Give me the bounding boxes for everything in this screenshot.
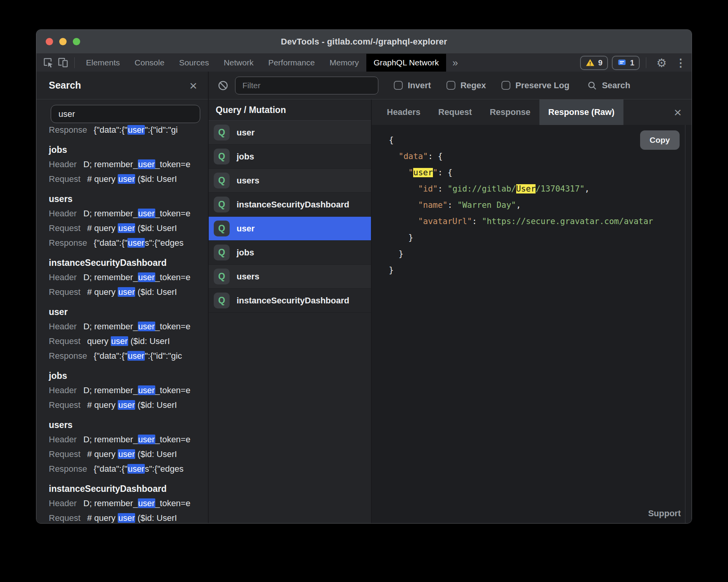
query-list-item-instancesecuritydashboard[interactable]: QinstanceSecurityDashboard bbox=[209, 289, 371, 313]
tabbar-spacer bbox=[464, 54, 576, 72]
copy-button[interactable]: Copy bbox=[640, 130, 680, 150]
detail-tab-headers[interactable]: Headers bbox=[378, 99, 429, 125]
json-key: "id" bbox=[389, 184, 438, 193]
search-result-row[interactable]: HeaderD; remember_user_token=e bbox=[49, 496, 208, 511]
query-mutation-header: Query / Mutation bbox=[209, 99, 371, 121]
search-panel-title: Search bbox=[49, 80, 189, 91]
search-result-row[interactable]: Request# query user ($id: UserI bbox=[49, 221, 208, 236]
inspect-element-icon[interactable] bbox=[41, 54, 56, 72]
zoom-window-button[interactable] bbox=[73, 38, 80, 45]
settings-gear-icon[interactable]: ⚙ bbox=[650, 54, 673, 72]
checkbox-box-invert[interactable] bbox=[394, 81, 403, 90]
filter-input[interactable] bbox=[235, 77, 378, 94]
search-input[interactable] bbox=[51, 105, 200, 123]
tab-memory[interactable]: Memory bbox=[322, 54, 366, 72]
result-row-label: Response bbox=[49, 464, 87, 474]
search-match-highlight: user bbox=[111, 336, 128, 346]
detail-tab-response[interactable]: Response bbox=[481, 99, 539, 125]
network-area: InvertRegexPreserve Log Search Query / M… bbox=[209, 72, 692, 523]
result-row-text: {"data":{" bbox=[94, 351, 127, 361]
devtools-window: DevTools - gitlab.com/-/graphql-explorer… bbox=[36, 29, 692, 524]
search-panel-close-icon[interactable]: × bbox=[189, 79, 197, 92]
search-result-row[interactable]: HeaderD; remember_user_token=e bbox=[49, 383, 208, 398]
result-row-text: _token=e bbox=[155, 322, 191, 331]
search-term-highlight: User bbox=[516, 184, 536, 193]
query-list-item-users[interactable]: Qusers bbox=[209, 169, 371, 193]
json-line: } bbox=[389, 262, 692, 278]
detail-tab-request[interactable]: Request bbox=[429, 99, 481, 125]
response-scrollbar[interactable] bbox=[685, 125, 685, 523]
query-list-item-users[interactable]: Qusers bbox=[209, 265, 371, 289]
search-result-row[interactable]: Response{"data":{"users":{"edges bbox=[49, 462, 208, 476]
result-row-text: # query bbox=[87, 223, 118, 233]
tab-sources[interactable]: Sources bbox=[172, 54, 216, 72]
issues-badge[interactable]: 1 bbox=[612, 56, 640, 70]
search-result-row[interactable]: HeaderD; remember_user_token=e bbox=[49, 432, 208, 447]
tab-performance[interactable]: Performance bbox=[261, 54, 322, 72]
checkbox-preserve-log[interactable]: Preserve Log bbox=[501, 80, 569, 91]
result-row-label: Request bbox=[49, 336, 81, 346]
search-result-row[interactable]: Request# query user ($id: UserI bbox=[49, 447, 208, 462]
search-result-row[interactable]: Response{"data":{"users":{"edges bbox=[49, 236, 208, 250]
warnings-badge[interactable]: 9 bbox=[580, 56, 608, 70]
json-key: "name" bbox=[389, 200, 448, 210]
json-string: "https://secure.gravatar.com/avatar bbox=[482, 217, 653, 226]
query-list-item-jobs[interactable]: Qjobs bbox=[209, 241, 371, 265]
query-list-item-instancesecuritydashboard[interactable]: QinstanceSecurityDashboard bbox=[209, 193, 371, 217]
tab-elements[interactable]: Elements bbox=[79, 54, 127, 72]
search-result-row[interactable]: HeaderD; remember_user_token=e bbox=[49, 270, 208, 285]
result-row-text: ($id: UserI bbox=[135, 174, 177, 184]
search-icon bbox=[587, 80, 597, 91]
checkbox-invert[interactable]: Invert bbox=[394, 80, 431, 91]
detail-close-button[interactable]: × bbox=[664, 99, 692, 125]
search-result-row[interactable]: HeaderD; remember_user_token=e bbox=[49, 157, 208, 172]
search-result-row[interactable]: Request# query user ($id: UserI bbox=[49, 398, 208, 413]
issues-count: 1 bbox=[630, 58, 634, 67]
search-result-row[interactable]: HeaderD; remember_user_token=e bbox=[49, 206, 208, 221]
query-mutation-panel: Query / Mutation QuserQjobsQusersQinstan… bbox=[209, 99, 372, 523]
more-tabs-button[interactable]: » bbox=[446, 54, 464, 72]
result-row-text: _token=e bbox=[155, 272, 191, 282]
json-line: "name": "Warren Day", bbox=[389, 197, 692, 213]
result-section-title: jobs bbox=[49, 142, 208, 157]
search-result-row[interactable]: Request# query user ($id: UserI bbox=[49, 285, 208, 300]
toolbar-search[interactable]: Search bbox=[587, 80, 630, 91]
kebab-menu-icon[interactable]: ⋮ bbox=[673, 54, 692, 72]
result-row-label: Header bbox=[49, 322, 77, 331]
tab-console[interactable]: Console bbox=[127, 54, 172, 72]
search-result-row[interactable]: Response{"data":{"user":{"id":"gic bbox=[49, 349, 208, 363]
checkbox-box-regex[interactable] bbox=[446, 81, 455, 90]
search-match-highlight: user bbox=[118, 449, 135, 459]
checkbox-regex[interactable]: Regex bbox=[446, 80, 486, 91]
search-result-row[interactable]: Response{"data":{"user":{"id":"gi bbox=[49, 123, 208, 137]
support-link[interactable]: Support bbox=[648, 508, 681, 519]
search-result-row[interactable]: HeaderD; remember_user_token=e bbox=[49, 319, 208, 334]
network-body: Query / Mutation QuserQjobsQusersQinstan… bbox=[209, 99, 692, 523]
detail-panel: HeadersRequestResponseResponse (Raw) × C… bbox=[372, 99, 692, 523]
search-result-row[interactable]: Requestquery user ($id: UserI bbox=[49, 334, 208, 349]
query-list-item-jobs[interactable]: Qjobs bbox=[209, 145, 371, 169]
search-result-row[interactable]: Request# query user ($id: UserI bbox=[49, 172, 208, 187]
query-list-item-user[interactable]: Quser bbox=[209, 217, 371, 241]
close-window-button[interactable] bbox=[46, 38, 53, 45]
tab-graphql-network[interactable]: GraphQL Network bbox=[366, 54, 446, 72]
result-row-text: ($id: UserI bbox=[135, 513, 177, 523]
query-item-label: users bbox=[237, 176, 259, 186]
clear-log-icon[interactable] bbox=[217, 80, 229, 91]
result-section-title: users bbox=[49, 418, 208, 432]
query-list-item-user[interactable]: Quser bbox=[209, 121, 371, 145]
tab-network[interactable]: Network bbox=[216, 54, 261, 72]
result-row-text: D; remember_ bbox=[83, 209, 138, 218]
search-match-highlight: user bbox=[138, 209, 155, 218]
minimize-window-button[interactable] bbox=[59, 38, 67, 45]
checkbox-box-preserve-log[interactable] bbox=[501, 81, 510, 90]
search-match-highlight: user bbox=[138, 272, 155, 282]
search-result-row[interactable]: Request# query user ($id: UserI bbox=[49, 511, 208, 523]
detail-tab-response-raw[interactable]: Response (Raw) bbox=[539, 99, 623, 125]
query-item-label: jobs bbox=[237, 248, 254, 258]
result-row-text: ":{"id":"gi bbox=[145, 125, 178, 135]
query-type-badge: Q bbox=[214, 173, 230, 188]
device-toolbar-icon[interactable] bbox=[56, 54, 70, 72]
search-panel-header: Search × bbox=[36, 72, 208, 99]
search-match-highlight: user bbox=[118, 400, 135, 410]
